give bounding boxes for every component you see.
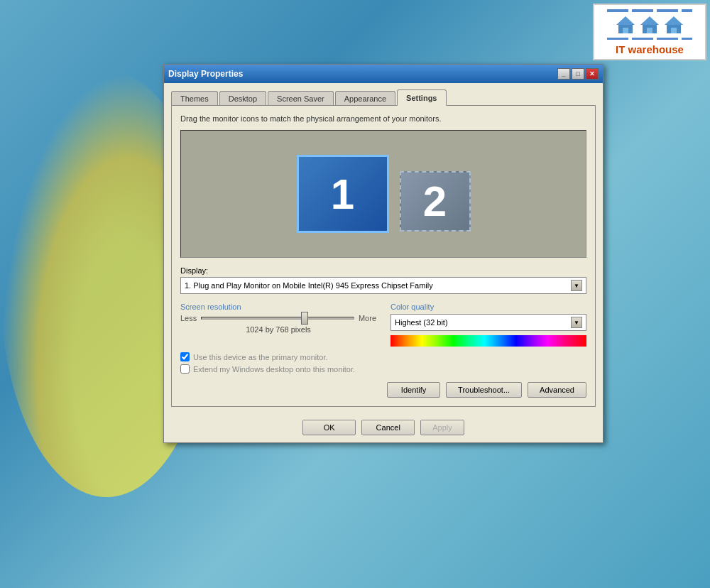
color-quality-value: Highest (32 bit): [395, 318, 448, 327]
color-column: Color quality Highest (32 bit) ▼: [390, 303, 586, 347]
tab-settings[interactable]: Settings: [397, 89, 446, 106]
svg-rect-5: [647, 28, 652, 33]
svg-marker-3: [640, 16, 659, 25]
tab-themes[interactable]: Themes: [171, 91, 218, 106]
primary-monitor-checkbox-row: Use this device as the primary monitor.: [180, 352, 586, 361]
dialog-body: Themes Desktop Screen Saver Appearance S…: [164, 83, 603, 414]
settings-panel: Drag the monitor icons to match the phys…: [171, 105, 596, 407]
resolution-slider-thumb[interactable]: [301, 312, 308, 325]
resolution-value: 1024 by 768 pixels: [180, 325, 376, 334]
minimize-button[interactable]: _: [557, 68, 570, 80]
advanced-button[interactable]: Advanced: [528, 382, 586, 398]
less-label: Less: [180, 314, 197, 322]
resolution-slider-row: Less More: [180, 314, 376, 322]
logo-text: IT warehouse: [616, 43, 684, 55]
monitor-preview-area: 1 2: [180, 130, 586, 258]
titlebar-buttons: _ □ ✕: [557, 68, 599, 80]
display-label: Display:: [180, 266, 586, 275]
close-button[interactable]: ✕: [586, 68, 599, 80]
display-properties-dialog: Display Properties _ □ ✕ Themes Desktop …: [163, 64, 604, 443]
monitor-2-label: 2: [423, 177, 447, 226]
cancel-button[interactable]: Cancel: [361, 420, 415, 435]
dialog-bottom-buttons: OK Cancel Apply: [164, 414, 603, 442]
svg-rect-2: [623, 28, 628, 33]
apply-button[interactable]: Apply: [420, 420, 464, 435]
screen-resolution-label: Screen resolution: [180, 303, 376, 311]
ok-button[interactable]: OK: [302, 420, 356, 435]
extend-desktop-label: Extend my Windows desktop onto this moni…: [193, 365, 355, 374]
logo: IT warehouse: [593, 4, 706, 60]
more-label: More: [359, 314, 376, 322]
logo-houses: [615, 15, 684, 35]
primary-monitor-checkbox[interactable]: [180, 352, 190, 361]
tab-appearance[interactable]: Appearance: [335, 91, 395, 106]
panel-instruction: Drag the monitor icons to match the phys…: [180, 114, 586, 123]
svg-marker-6: [665, 16, 683, 25]
tab-screen-saver[interactable]: Screen Saver: [268, 91, 334, 106]
display-value: 1. Plug and Play Monitor on Mobile Intel…: [185, 281, 433, 290]
monitor-1-icon[interactable]: 1: [297, 155, 389, 233]
tab-bar: Themes Desktop Screen Saver Appearance S…: [171, 89, 596, 105]
extend-desktop-checkbox[interactable]: [180, 364, 190, 374]
primary-monitor-label: Use this device as the primary monitor.: [193, 353, 328, 361]
dialog-title: Display Properties: [168, 69, 243, 79]
display-dropdown-arrow[interactable]: ▼: [571, 280, 582, 291]
settings-columns: Screen resolution Less More 1024 by 768 …: [180, 303, 586, 347]
action-buttons: Identify Troubleshoot... Advanced: [180, 382, 586, 398]
titlebar: Display Properties _ □ ✕: [164, 65, 603, 83]
resolution-slider-track[interactable]: [201, 317, 354, 320]
display-dropdown[interactable]: 1. Plug and Play Monitor on Mobile Intel…: [180, 277, 586, 294]
monitor-2-icon[interactable]: 2: [400, 171, 471, 232]
color-quality-dropdown[interactable]: Highest (32 bit) ▼: [390, 314, 586, 331]
color-quality-dropdown-arrow[interactable]: ▼: [571, 317, 582, 328]
extend-desktop-checkbox-row: Extend my Windows desktop onto this moni…: [180, 364, 586, 374]
color-quality-label: Color quality: [390, 303, 586, 311]
svg-rect-8: [671, 28, 677, 33]
identify-button[interactable]: Identify: [387, 382, 440, 398]
tab-desktop[interactable]: Desktop: [219, 91, 266, 106]
svg-marker-0: [616, 16, 635, 25]
resolution-column: Screen resolution Less More 1024 by 768 …: [180, 303, 376, 347]
monitor-1-label: 1: [331, 170, 354, 219]
troubleshoot-button[interactable]: Troubleshoot...: [446, 382, 522, 398]
color-preview-bar: [390, 335, 586, 347]
maximize-button[interactable]: □: [572, 68, 584, 80]
